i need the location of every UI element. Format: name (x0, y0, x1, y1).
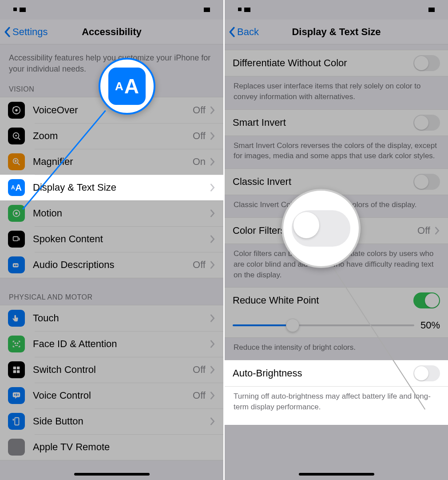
back-button[interactable]: Settings (4, 26, 48, 38)
row-switch-control[interactable]: Switch Control Off (0, 357, 223, 383)
row-motion[interactable]: Motion (0, 200, 223, 226)
row-value: Off (193, 130, 206, 142)
chevron-right-icon (210, 261, 215, 269)
spoken-content-icon (8, 231, 25, 248)
svg-rect-7 (13, 237, 18, 241)
footer-reduce-white-point: Reduce the intensity of bright colors. (225, 338, 448, 360)
status-bar (0, 0, 223, 20)
slider-reduce-white-point[interactable]: 50% (225, 313, 448, 337)
row-magnifier[interactable]: Magnifier On (0, 149, 223, 175)
row-label: Touch (33, 312, 210, 324)
row-touch[interactable]: Touch (0, 305, 223, 331)
row-value: Off (193, 364, 206, 376)
row-label: Differentiate Without Color (233, 57, 413, 69)
row-label: Display & Text Size (33, 182, 210, 193)
svg-rect-13 (13, 367, 16, 369)
row-reduce-white-point: Reduce White Point 50% (225, 287, 448, 338)
chevron-left-icon (4, 27, 11, 37)
row-auto-brightness: Auto-Brightness (225, 360, 448, 387)
chevron-left-icon (228, 27, 235, 37)
row-label: Audio Descriptions (33, 259, 193, 271)
chevron-right-icon (210, 417, 215, 425)
svg-rect-15 (13, 370, 16, 373)
row-label: Voice Control (33, 390, 193, 401)
chevron-right-icon (210, 314, 215, 322)
row-label: Magnifier (33, 156, 193, 168)
phone-accessibility: Settings Accessibility Accessibility fea… (0, 0, 225, 480)
row-value: Off (193, 104, 206, 116)
row-apple-tv-remote[interactable]: Apple TV Remote (0, 434, 223, 460)
svg-rect-16 (17, 370, 20, 373)
row-audio-descriptions[interactable]: Audio Descriptions Off (0, 252, 223, 278)
row-differentiate: Differentiate Without Color (225, 50, 448, 76)
row-smart-invert: Smart Invert (225, 109, 448, 136)
svg-rect-17 (15, 418, 19, 425)
touch-icon (8, 310, 25, 327)
row-auto-brightness-toggle[interactable]: Auto-Brightness (225, 360, 448, 386)
callout-text-size: AA (99, 58, 155, 115)
toggle-classic-invert[interactable] (413, 174, 440, 190)
vision-group: VoiceOver Off Zoom Off Magnifier On (0, 97, 223, 278)
footer-differentiate: Replaces user interface items that rely … (225, 76, 448, 109)
row-voice-control[interactable]: Voice Control Off (0, 383, 223, 408)
footer-smart-invert: Smart Invert Colors reverses the colors … (225, 136, 448, 169)
toggle-auto-brightness[interactable] (413, 365, 440, 381)
page-title: Accessibility (82, 26, 142, 38)
slider-fill (233, 324, 293, 326)
chevron-right-icon (435, 227, 440, 235)
row-label: Zoom (33, 130, 193, 142)
physical-group: Touch Face ID & Attention Switch Control… (0, 305, 223, 460)
row-label: Face ID & Attention (33, 338, 210, 350)
section-header-physical: PHYSICAL AND MOTOR (0, 290, 223, 305)
toggle-reduce-white-point[interactable] (413, 292, 440, 308)
row-label: Switch Control (33, 364, 193, 376)
slider-thumb[interactable] (286, 319, 299, 332)
row-spoken-content[interactable]: Spoken Content (0, 226, 223, 252)
voice-control-icon (8, 387, 25, 404)
home-indicator (74, 473, 150, 476)
navbar: Settings Accessibility (0, 20, 223, 44)
row-side-button[interactable]: Side Button (0, 408, 223, 434)
row-label: Apple TV Remote (33, 441, 215, 453)
phone-display-text-size: Back Display & Text Size Differentiate W… (225, 0, 448, 480)
chevron-right-icon (210, 209, 215, 217)
chevron-right-icon (210, 340, 215, 348)
toggle-differentiate[interactable] (413, 55, 440, 71)
row-face-id[interactable]: Face ID & Attention (0, 331, 223, 357)
page-title: Display & Text Size (292, 26, 381, 38)
text-size-icon: AA (8, 179, 25, 196)
row-reduce-white-point-toggle[interactable]: Reduce White Point (225, 288, 448, 313)
row-label: Spoken Content (33, 233, 210, 245)
side-button-icon (8, 413, 25, 430)
row-value: Off (417, 225, 430, 236)
chevron-right-icon (210, 235, 215, 243)
row-value: Off (193, 259, 206, 271)
voiceover-icon (8, 102, 25, 119)
back-label: Settings (12, 26, 48, 38)
row-label: Side Button (33, 416, 210, 427)
callout-toggle (281, 189, 361, 268)
svg-point-1 (15, 109, 18, 112)
row-classic-invert-toggle[interactable]: Classic Invert (225, 169, 448, 195)
chevron-right-icon (210, 366, 215, 374)
row-classic-invert: Classic Invert (225, 168, 448, 195)
motion-icon (8, 205, 25, 222)
chevron-right-icon (210, 184, 215, 192)
back-label: Back (237, 26, 259, 38)
row-value: On (193, 156, 206, 168)
chevron-right-icon (210, 132, 215, 140)
row-label: Reduce White Point (233, 295, 413, 306)
row-differentiate-toggle[interactable]: Differentiate Without Color (225, 50, 448, 76)
toggle-off-icon (292, 210, 351, 247)
face-id-icon (8, 336, 25, 352)
row-zoom[interactable]: Zoom Off (0, 123, 223, 149)
toggle-smart-invert[interactable] (413, 115, 440, 131)
back-button[interactable]: Back (228, 26, 259, 38)
row-smart-invert-toggle[interactable]: Smart Invert (225, 110, 448, 136)
slider-track[interactable] (233, 324, 414, 326)
svg-point-10 (16, 264, 18, 266)
zoom-icon (8, 128, 25, 144)
audio-descriptions-icon (8, 256, 25, 273)
row-label: Smart Invert (233, 117, 413, 128)
svg-point-6 (15, 212, 18, 215)
